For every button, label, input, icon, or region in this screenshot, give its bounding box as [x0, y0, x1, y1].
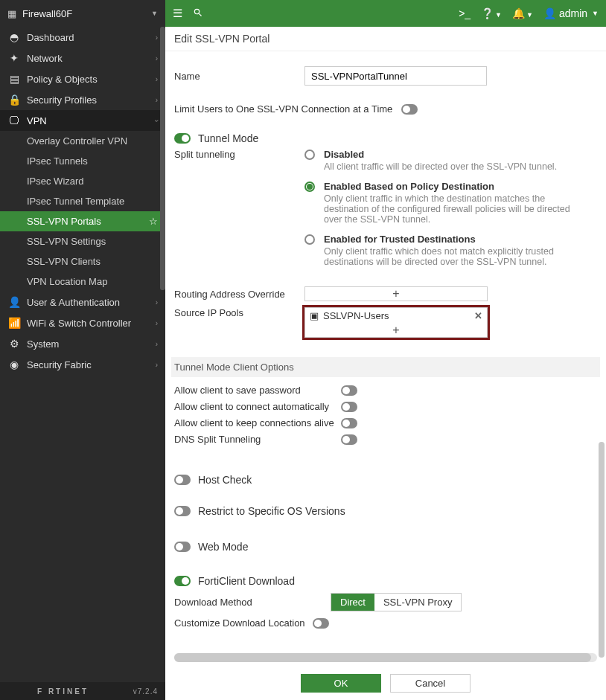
sidebar-item-security-profiles[interactable]: 🔒 Security Profiles › [0, 89, 165, 110]
radio-title: Enabled Based on Policy Destination [324, 181, 581, 192]
sidebar-sub-sslvpn-settings[interactable]: SSL-VPN Settings [0, 231, 165, 251]
sidebar-item-label: WiFi & Switch Controller [27, 318, 131, 329]
host-check-toggle[interactable] [174, 475, 191, 485]
sidebar-item-label: SSL-VPN Settings [27, 236, 106, 247]
source-ip-pools-box[interactable]: ▣ SSLVPN-Users ✕ + [304, 307, 488, 338]
sidebar-item-label: Overlay Controller VPN [27, 135, 127, 147]
notifications-icon[interactable]: 🔔▼ [512, 7, 533, 19]
opt-keep-alive-label: Allow client to keep connections alive [174, 417, 341, 428]
version-label: v7.2.4 [133, 687, 158, 696]
help-icon[interactable]: ❔▼ [481, 7, 502, 19]
add-pool[interactable]: + [305, 324, 487, 337]
pool-item[interactable]: ▣ SSLVPN-Users ✕ [305, 308, 487, 324]
opt-keep-alive-toggle[interactable] [341, 418, 357, 428]
routing-override-label: Routing Address Override [174, 289, 285, 300]
download-method-direct[interactable]: Direct [331, 594, 374, 611]
monitor-icon: 🖵 [7, 115, 21, 126]
sidebar-item-label: IPsec Wizard [27, 176, 84, 187]
custom-dl-loc-toggle[interactable] [313, 618, 329, 629]
sidebar-sub-vpn-location-map[interactable]: VPN Location Map [0, 272, 165, 292]
routing-override-box[interactable]: + [304, 286, 488, 301]
sidebar-scrollbar[interactable] [160, 27, 165, 290]
radio-icon [304, 182, 315, 192]
cli-icon[interactable]: >_ [459, 7, 471, 19]
opt-save-pw-toggle[interactable] [341, 385, 357, 396]
download-method-label: Download Method [174, 597, 252, 608]
radio-icon [304, 234, 315, 245]
sidebar-sub-sslvpn-portals[interactable]: SSL-VPN Portals ☆ [0, 211, 165, 231]
sidebar-sub-ipsec-template[interactable]: IPsec Tunnel Template [0, 191, 165, 211]
host-check-label: Host Check [198, 474, 252, 486]
pool-item-label: SSLVPN-Users [323, 310, 389, 321]
sidebar-item-label: Security Fabric [27, 359, 92, 370]
tunnel-mode-toggle[interactable] [174, 133, 191, 144]
device-header[interactable]: ▦ Firewall60F ▼ [0, 0, 165, 27]
sidebar-sub-sslvpn-clients[interactable]: SSL-VPN Clients [0, 251, 165, 272]
cancel-button[interactable]: Cancel [390, 674, 471, 693]
star-icon[interactable]: ☆ [149, 216, 158, 227]
sidebar-sub-ipsec-tunnels[interactable]: IPsec Tunnels [0, 151, 165, 171]
chevron-right-icon: › [156, 319, 158, 327]
sidebar-item-policy[interactable]: ▤ Policy & Objects › [0, 68, 165, 89]
sidebar-item-label: User & Authentication [27, 297, 120, 308]
restrict-os-label: Restrict to Specific OS Versions [198, 505, 345, 517]
sidebar-item-network[interactable]: ✦ Network › [0, 48, 165, 68]
search-icon[interactable] [193, 7, 203, 20]
web-mode-label: Web Mode [198, 541, 248, 553]
main: ☰ >_ ❔▼ 🔔▼ 👤 admin ▼ Edit SSL-VPN Portal… [165, 0, 606, 700]
list-icon: ▤ [7, 73, 21, 85]
radio-desc: Only client traffic which does not match… [324, 246, 581, 267]
forticlient-dl-toggle[interactable] [174, 576, 191, 586]
horizontal-scrollbar[interactable] [174, 653, 597, 662]
opt-dns-split-toggle[interactable] [341, 434, 357, 445]
menu-icon[interactable]: ☰ [173, 7, 182, 20]
sidebar-item-label: VPN [27, 115, 47, 126]
download-method-proxy[interactable]: SSL-VPN Proxy [374, 594, 461, 611]
user-menu[interactable]: 👤 admin ▼ [543, 7, 599, 19]
restrict-os-toggle[interactable] [174, 506, 191, 516]
user-icon: 👤 [7, 296, 21, 308]
limit-users-toggle[interactable] [401, 104, 418, 115]
remove-pool-icon[interactable]: ✕ [474, 310, 482, 321]
sidebar-item-label: Dashboard [27, 32, 74, 43]
brand-logo: F RTINET [37, 687, 89, 696]
chevron-right-icon: › [156, 75, 158, 83]
gear-icon: ⚙ [7, 338, 21, 350]
sidebar-item-label: SSL-VPN Clients [27, 256, 101, 267]
sidebar-item-label: Policy & Objects [27, 74, 98, 85]
forticlient-dl-label: FortiClient Download [198, 575, 295, 587]
sidebar-item-dashboard[interactable]: ◓ Dashboard › [0, 27, 165, 48]
sidebar-sub-overlay[interactable]: Overlay Controller VPN [0, 131, 165, 151]
chevron-right-icon: › [156, 33, 158, 42]
radio-icon [304, 150, 315, 160]
sidebar-item-wifi[interactable]: 📶 WiFi & Switch Controller › [0, 312, 165, 333]
network-icon: ✦ [7, 52, 21, 64]
chevron-down-icon: ▼ [151, 10, 158, 17]
web-mode-toggle[interactable] [174, 542, 191, 552]
name-input[interactable] [304, 66, 487, 86]
ok-button[interactable]: OK [301, 674, 381, 693]
sidebar-sub-ipsec-wizard[interactable]: IPsec Wizard [0, 171, 165, 191]
split-option-policy[interactable]: Enabled Based on Policy Destination Only… [304, 181, 597, 225]
device-icon: ▦ [7, 8, 16, 19]
sidebar-item-vpn[interactable]: 🖵 VPN › [0, 110, 165, 131]
limit-users-label: Limit Users to One SSL-VPN Connection at… [174, 103, 392, 115]
chevron-right-icon: › [156, 340, 158, 348]
sidebar-item-system[interactable]: ⚙ System › [0, 333, 165, 354]
sidebar-item-label: System [27, 338, 59, 350]
tunnel-mode-label: Tunnel Mode [198, 132, 258, 144]
split-option-disabled[interactable]: Disabled All client traffic will be dire… [304, 149, 597, 172]
vertical-scrollbar[interactable] [599, 442, 605, 658]
sidebar-item-security-fabric[interactable]: ◉ Security Fabric › [0, 354, 165, 375]
sidebar: ▦ Firewall60F ▼ ◓ Dashboard › ✦ Network … [0, 0, 165, 700]
download-method-segmented: Direct SSL-VPN Proxy [331, 593, 462, 611]
chevron-right-icon: › [156, 298, 158, 306]
add-routing-address[interactable]: + [305, 287, 487, 301]
sidebar-item-label: Network [27, 53, 63, 64]
split-option-trusted[interactable]: Enabled for Trusted Destinations Only cl… [304, 234, 597, 267]
opt-auto-connect-label: Allow client to connect automatically [174, 401, 341, 412]
sidebar-item-label: IPsec Tunnel Template [27, 196, 124, 207]
opt-auto-connect-toggle[interactable] [341, 402, 357, 412]
sidebar-item-user-auth[interactable]: 👤 User & Authentication › [0, 292, 165, 312]
sidebar-footer: F RTINET v7.2.4 [0, 682, 165, 700]
